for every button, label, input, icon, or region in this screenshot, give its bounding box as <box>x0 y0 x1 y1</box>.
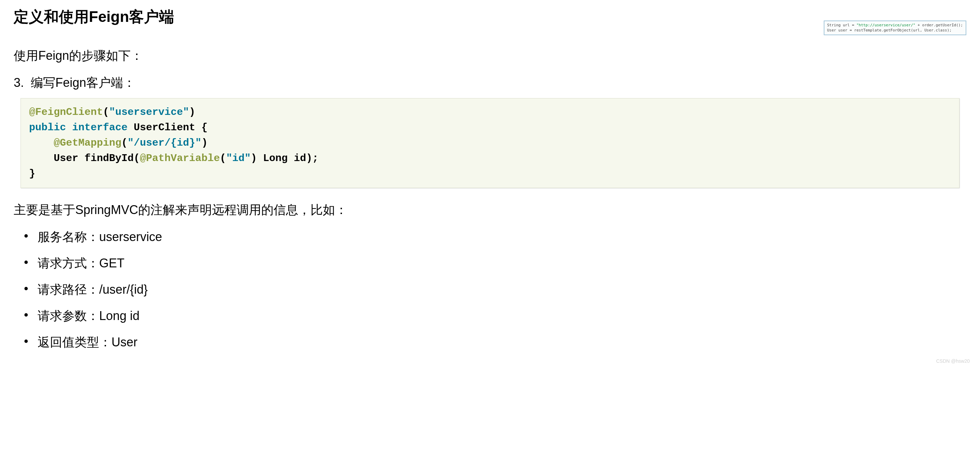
code-paren: ( <box>220 153 226 164</box>
list-item: 请求路径：/user/{id} <box>24 282 966 298</box>
code-str-path: "/user/{id}" <box>127 137 201 149</box>
snippet-line1-post: + order.getUserId(); <box>915 23 963 27</box>
code-paren: ) <box>251 153 257 164</box>
code-close-brace: } <box>29 168 35 180</box>
code-block: @FeignClient("userservice") public inter… <box>21 98 959 188</box>
snippet-line2: User user = restTemplate.getForObject(ur… <box>827 28 951 32</box>
step-number: 3. <box>14 76 24 89</box>
code-str-userservice: "userservice" <box>109 106 189 118</box>
code-method-sig-pre: User findById( <box>54 153 140 164</box>
code-paren: ) <box>201 137 208 149</box>
code-indent <box>29 153 54 164</box>
description-text: 主要是基于SpringMVC的注解来声明远程调用的信息，比如： <box>14 202 966 218</box>
watermark: CSDN @hsw20 <box>936 358 970 364</box>
snippet-line1-str: "http://userservice/user/" <box>857 23 915 27</box>
bullet-list: 服务名称：userservice 请求方式：GET 请求路径：/user/{id… <box>14 229 966 351</box>
code-method-sig-post: Long id); <box>257 153 318 164</box>
list-item: 请求方式：GET <box>24 255 966 272</box>
code-paren: ( <box>121 137 127 149</box>
code-paren: ( <box>103 106 109 118</box>
code-ann-pathvariable: @PathVariable <box>140 153 220 164</box>
code-snippet-reference: String url = "http://userservice/user/" … <box>824 21 966 35</box>
code-kw-public: public <box>29 122 66 133</box>
code-ann-feignclient: @FeignClient <box>29 106 103 118</box>
code-paren: ) <box>189 106 195 118</box>
code-classname: UserClient { <box>127 122 208 133</box>
snippet-line1-pre: String url = <box>827 23 857 27</box>
code-str-id: "id" <box>226 153 251 164</box>
list-item: 服务名称：userservice <box>24 229 966 245</box>
list-item: 请求参数：Long id <box>24 308 966 325</box>
list-item: 返回值类型：User <box>24 334 966 351</box>
code-ann-getmapping: @GetMapping <box>54 137 121 149</box>
intro-text: 使用Feign的步骤如下： <box>14 48 966 64</box>
code-indent <box>29 137 54 149</box>
code-kw-interface: interface <box>72 122 127 133</box>
step-text: 编写Feign客户端： <box>31 76 135 89</box>
step-line: 3. 编写Feign客户端： <box>14 75 966 91</box>
